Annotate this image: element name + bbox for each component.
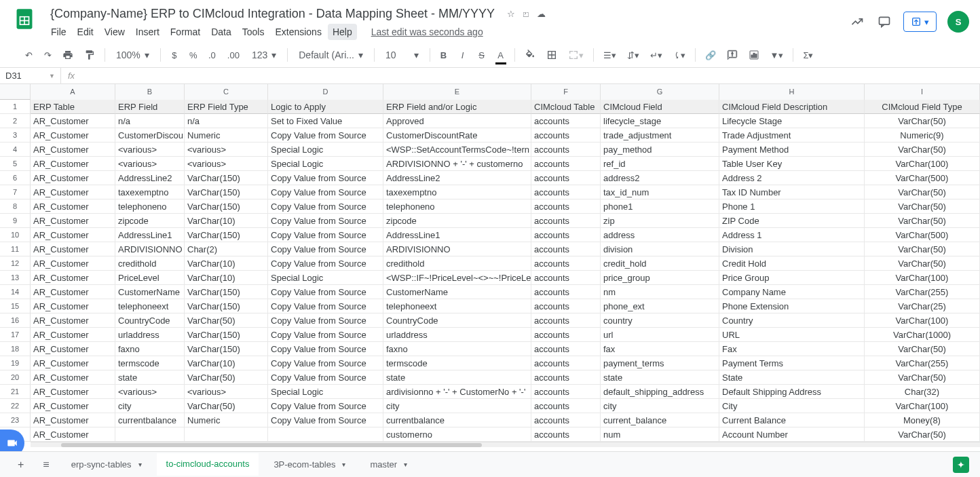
row-header-10[interactable]: 10 <box>0 228 31 242</box>
cell[interactable]: state <box>383 370 531 385</box>
cell[interactable]: AddressLine1 <box>383 228 531 242</box>
cell[interactable]: accounts <box>531 342 601 356</box>
row-header-21[interactable]: 21 <box>0 385 31 399</box>
cell[interactable]: VarChar(150) <box>185 285 268 299</box>
col-header-A[interactable]: A <box>31 84 115 100</box>
cell[interactable]: Default Shipping Address <box>719 385 865 399</box>
cell[interactable]: country <box>601 313 719 328</box>
menu-insert[interactable]: Insert <box>131 24 164 40</box>
merge-cells-button[interactable]: ▾ <box>564 47 588 63</box>
row-header-23[interactable]: 23 <box>0 413 31 427</box>
col-header-B[interactable]: B <box>115 84 185 100</box>
insert-link-button[interactable]: 🔗 <box>701 47 720 63</box>
cell[interactable]: CustomerName <box>115 285 185 299</box>
print-button[interactable] <box>58 47 77 63</box>
col-header-D[interactable]: D <box>268 84 383 100</box>
fill-color-button[interactable] <box>521 47 540 63</box>
cell[interactable]: CIMcloud Field Description <box>719 100 865 114</box>
cell[interactable]: customerno <box>383 427 531 442</box>
cell[interactable]: telephoneno <box>115 199 185 214</box>
menu-tools[interactable]: Tools <box>238 24 269 40</box>
cell[interactable]: Numeric <box>185 413 268 427</box>
cell[interactable]: VarChar(50) <box>865 427 980 442</box>
cell[interactable] <box>115 427 185 442</box>
cell[interactable]: faxno <box>115 342 185 356</box>
menu-edit[interactable]: Edit <box>73 24 98 40</box>
row-header-4[interactable]: 4 <box>0 142 31 157</box>
menu-help[interactable]: Help <box>328 24 357 40</box>
cell[interactable]: Fax <box>719 342 865 356</box>
cell[interactable]: Special Logic <box>268 157 383 171</box>
cell[interactable]: AR_Customer <box>31 171 115 185</box>
cell[interactable]: AR_Customer <box>31 328 115 342</box>
cell[interactable]: PriceLevel <box>115 271 185 285</box>
menu-file[interactable]: File <box>46 24 71 40</box>
cell[interactable]: Trade Adjustment <box>719 128 865 142</box>
cell[interactable]: VarChar(25) <box>865 299 980 313</box>
cell[interactable]: Copy Value from Source <box>268 413 383 427</box>
cell[interactable]: VarChar(50) <box>865 370 980 385</box>
cell[interactable]: Phone 1 <box>719 199 865 214</box>
cell[interactable]: nm <box>601 285 719 299</box>
cell[interactable]: URL <box>719 328 865 342</box>
cell[interactable]: CountryCode <box>115 313 185 328</box>
cell[interactable]: Copy Value from Source <box>268 214 383 228</box>
cell[interactable]: accounts <box>531 214 601 228</box>
cell[interactable]: AR_Customer <box>31 356 115 370</box>
document-title[interactable]: {Company-Name} ERP to CIMcloud Integrati… <box>46 5 499 22</box>
cell[interactable]: VarChar(150) <box>185 342 268 356</box>
col-header-C[interactable]: C <box>185 84 268 100</box>
cell[interactable]: Payment Terms <box>719 356 865 370</box>
cell[interactable]: accounts <box>531 285 601 299</box>
cell[interactable]: accounts <box>531 171 601 185</box>
cell[interactable]: zipcode <box>115 214 185 228</box>
cell[interactable]: VarChar(150) <box>185 299 268 313</box>
menu-format[interactable]: Format <box>166 24 205 40</box>
row-header-8[interactable]: 8 <box>0 199 31 214</box>
borders-button[interactable] <box>542 47 561 63</box>
name-box[interactable]: D31▼ <box>0 68 61 83</box>
account-avatar[interactable]: S <box>947 11 969 33</box>
cell[interactable]: AR_Customer <box>31 370 115 385</box>
cell[interactable]: AR_Customer <box>31 271 115 285</box>
redo-button[interactable]: ↷ <box>39 47 56 63</box>
cell[interactable]: State <box>719 370 865 385</box>
cell[interactable]: AR_Customer <box>31 214 115 228</box>
cell[interactable]: Copy Value from Source <box>268 228 383 242</box>
formula-bar[interactable] <box>81 75 980 77</box>
cell[interactable]: division <box>601 242 719 256</box>
sheets-logo[interactable] <box>11 5 38 33</box>
cell[interactable]: accounts <box>531 313 601 328</box>
cell[interactable]: Copy Value from Source <box>268 171 383 185</box>
cell[interactable]: VarChar(50) <box>865 199 980 214</box>
cell[interactable]: AR_Customer <box>31 185 115 199</box>
row-header-2[interactable]: 2 <box>0 114 31 128</box>
cell[interactable]: default_shipping_address <box>601 385 719 399</box>
cell[interactable]: Copy Value from Source <box>268 299 383 313</box>
font-size-select[interactable]: 10▾ <box>380 47 424 63</box>
cell[interactable]: Logic to Apply <box>268 100 383 114</box>
cell[interactable]: Copy Value from Source <box>268 199 383 214</box>
grid-cells[interactable]: ERP TableERP FieldERP Field TypeLogic to… <box>31 100 980 442</box>
cell[interactable]: Account Number <box>719 427 865 442</box>
cell[interactable]: CIMcloud Table <box>531 100 601 114</box>
cell[interactable]: AR_Customer <box>31 228 115 242</box>
cell[interactable]: address <box>601 228 719 242</box>
cell[interactable]: telephoneext <box>383 299 531 313</box>
cell[interactable]: Numeric(9) <box>865 128 980 142</box>
star-icon[interactable]: ☆ <box>507 9 515 19</box>
cell[interactable]: fax <box>601 342 719 356</box>
menu-extensions[interactable]: Extensions <box>270 24 326 40</box>
cell[interactable]: CustomerName <box>383 285 531 299</box>
row-header-17[interactable]: 17 <box>0 328 31 342</box>
cell[interactable]: VarChar(100) <box>865 271 980 285</box>
cell[interactable]: <various> <box>185 142 268 157</box>
cell[interactable]: trade_adjustment <box>601 128 719 142</box>
cell[interactable]: Approved <box>383 114 531 128</box>
row-header-19[interactable]: 19 <box>0 356 31 370</box>
col-header-H[interactable]: H <box>719 84 865 100</box>
increase-decimal-button[interactable]: .00 <box>223 47 244 63</box>
cell[interactable]: accounts <box>531 256 601 271</box>
cell[interactable]: City <box>719 399 865 413</box>
cell[interactable]: CIMcloud Field <box>601 100 719 114</box>
